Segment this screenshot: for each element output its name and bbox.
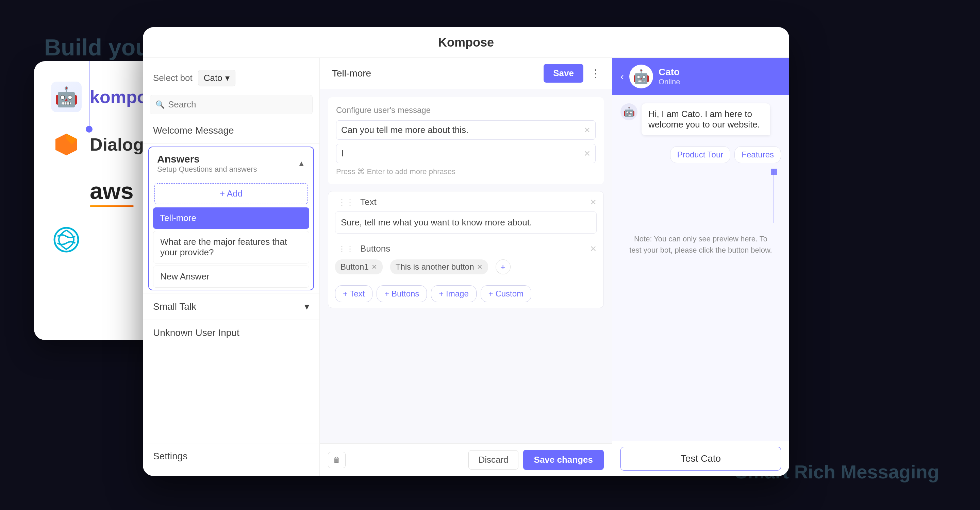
- add-text-button[interactable]: + Text: [335, 285, 372, 302]
- bot-greeting-text: Hi, I am Cato. I am here to welcome you …: [648, 109, 760, 130]
- chat-back-button[interactable]: ‹: [620, 71, 624, 82]
- configure-user-message-title: Configure user's message: [336, 105, 596, 115]
- sidebar-item-welcome[interactable]: Welcome Message: [143, 118, 320, 144]
- text-content-area: Sure, tell me what you want to know more…: [335, 211, 597, 234]
- search-input[interactable]: [168, 99, 278, 110]
- discard-button[interactable]: Discard: [468, 450, 518, 470]
- add-button-icon[interactable]: +: [496, 259, 511, 274]
- app-title: Kompose: [438, 35, 494, 50]
- answers-title-group: Answers Setup Questions and answers: [157, 153, 257, 174]
- search-icon: 🔍: [156, 100, 165, 109]
- configure-reply-title-row: ⋮⋮ Text: [335, 197, 377, 207]
- bot-greeting-bubble: Hi, I am Cato. I am here to welcome you …: [641, 103, 770, 135]
- buttons-block: ⋮⋮ Buttons ✕ Button1 ✕ This is anoth: [328, 238, 603, 280]
- bot-selector-chevron: ▾: [225, 73, 230, 83]
- chat-status: Online: [659, 78, 680, 86]
- remove-buttons-block-icon[interactable]: ✕: [590, 244, 597, 254]
- text-block-label: Text: [360, 197, 377, 207]
- sidebar-item-small-talk[interactable]: Small Talk ▾: [143, 293, 320, 319]
- features-option[interactable]: Features: [734, 146, 781, 163]
- chat-body: 🤖 Hi, I am Cato. I am here to welcome yo…: [612, 95, 789, 441]
- sidebar-item-settings[interactable]: Settings: [143, 443, 320, 469]
- sidebar-spacer: [143, 346, 320, 443]
- welcome-label: Welcome Message: [153, 125, 234, 136]
- connector-dot: [86, 126, 92, 133]
- button-tag-2: This is another button ✕: [390, 259, 488, 274]
- bot-message-row: 🤖 Hi, I am Cato. I am here to welcome yo…: [620, 103, 781, 141]
- remove-phrase-2-icon[interactable]: ✕: [584, 149, 590, 159]
- button-1-label: Button1: [340, 262, 369, 272]
- flow-name-input[interactable]: [328, 65, 539, 82]
- remove-phrase-1-icon[interactable]: ✕: [584, 126, 590, 135]
- chat-identity: Cato Online: [659, 67, 680, 86]
- text-content: Sure, tell me what you want to know more…: [341, 217, 591, 228]
- chat-preview-panel: ‹ 🤖 Cato Online 🤖 Hi, I am Cato. I am he…: [612, 58, 789, 476]
- buttons-list: Button1 ✕ This is another button ✕ +: [335, 259, 597, 274]
- main-app-window: Kompose Select bot Cato ▾ 🔍 Welcome Mess…: [143, 27, 789, 476]
- save-button[interactable]: Save: [544, 64, 583, 83]
- add-reply-options-row: + Text + Buttons + Image + Custom: [328, 280, 603, 308]
- answer-item-features[interactable]: What are the major features that your pr…: [153, 231, 309, 264]
- phrase-input-1[interactable]: [341, 125, 580, 135]
- chat-preview-note: Note: You can only see preview here. To …: [620, 226, 781, 262]
- reply-block-header: ⋮⋮ Text ✕: [328, 191, 603, 207]
- window-header: Kompose: [143, 27, 789, 58]
- remove-button-1-icon[interactable]: ✕: [371, 263, 377, 271]
- phrase-input-2[interactable]: [341, 148, 580, 159]
- middle-panel: Save ⋮ Configure user's message ✕ ✕: [320, 58, 612, 476]
- answers-header[interactable]: Answers Setup Questions and answers ▲: [149, 147, 313, 180]
- select-bot-label: Select bot: [153, 73, 192, 83]
- window-body: Select bot Cato ▾ 🔍 Welcome Message An: [143, 58, 789, 476]
- button-2-label: This is another button: [396, 262, 474, 272]
- sidebar: Select bot Cato ▾ 🔍 Welcome Message An: [143, 58, 320, 476]
- answers-chevron-icon: ▲: [298, 159, 305, 168]
- remove-text-block-icon[interactable]: ✕: [590, 197, 597, 207]
- bot-avatar-small: 🤖: [620, 103, 638, 120]
- save-changes-button[interactable]: Save changes: [523, 450, 604, 470]
- phrase-row-1: ✕: [336, 120, 596, 140]
- svg-point-2: [54, 228, 78, 252]
- aws-logo-container: aws: [90, 178, 134, 207]
- add-custom-button[interactable]: + Custom: [480, 285, 531, 302]
- more-options-icon[interactable]: ⋮: [587, 64, 604, 83]
- answers-subtitle: Setup Questions and answers: [157, 165, 257, 174]
- configure-reply-section: ⋮⋮ Text ✕ Sure, tell me what you want to…: [328, 191, 604, 308]
- delete-button[interactable]: 🗑: [328, 452, 345, 468]
- search-box: 🔍: [150, 95, 313, 114]
- sidebar-item-unknown[interactable]: Unknown User Input: [143, 319, 320, 346]
- chat-header: ‹ 🤖 Cato Online: [612, 58, 789, 95]
- small-talk-label: Small Talk: [153, 301, 196, 312]
- preview-connector-dot: [771, 168, 777, 175]
- settings-label: Settings: [153, 451, 188, 461]
- bot-name: Cato: [204, 73, 223, 83]
- drag-handle-icon[interactable]: ⋮⋮: [335, 197, 357, 207]
- buttons-block-header: ⋮⋮ Buttons ✕: [335, 243, 597, 254]
- ibm-icon: [51, 224, 82, 255]
- configure-user-message-section: Configure user's message ✕ ✕ Press ⌘ Ent…: [328, 97, 604, 184]
- unknown-label: Unknown User Input: [153, 327, 239, 338]
- add-answer-button[interactable]: + Add: [154, 183, 308, 204]
- product-tour-option[interactable]: Product Tour: [670, 146, 731, 163]
- aws-icon: [51, 177, 82, 207]
- test-bot-button[interactable]: Test Cato: [620, 447, 781, 470]
- chat-options-row: Product Tour Features: [620, 146, 781, 163]
- answers-title: Answers: [157, 153, 257, 165]
- add-buttons-button[interactable]: + Buttons: [377, 285, 427, 302]
- answer-item-tell-more[interactable]: Tell-more: [153, 207, 309, 229]
- aws-underline: [90, 205, 134, 207]
- dialogflow-icon: [51, 129, 82, 160]
- bot-selector-dropdown[interactable]: Cato ▾: [198, 70, 235, 86]
- drag-handle-2-icon[interactable]: ⋮⋮: [335, 244, 357, 254]
- kompose-icon: 🤖: [51, 82, 82, 112]
- middle-header: Save ⋮: [320, 58, 612, 89]
- middle-content: Configure user's message ✕ ✕ Press ⌘ Ent…: [320, 89, 612, 443]
- chat-bot-name: Cato: [659, 67, 680, 78]
- connector-line: [89, 61, 89, 128]
- add-image-button[interactable]: + Image: [431, 285, 476, 302]
- answers-section: Answers Setup Questions and answers ▲ + …: [148, 146, 314, 290]
- remove-button-2-icon[interactable]: ✕: [477, 263, 483, 271]
- buttons-block-title-row: ⋮⋮ Buttons: [335, 243, 390, 254]
- preview-connector-line: [773, 168, 774, 223]
- answer-item-new[interactable]: New Answer: [153, 265, 309, 288]
- buttons-block-label: Buttons: [360, 243, 390, 254]
